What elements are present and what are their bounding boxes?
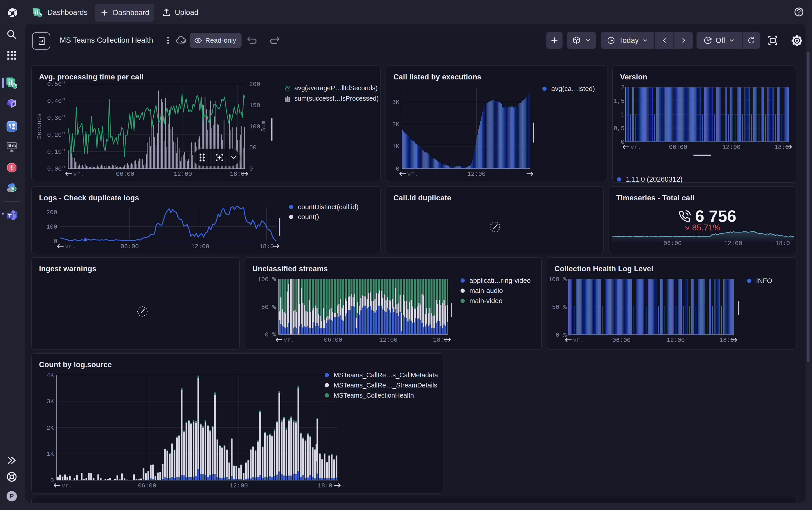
sidebar-item-ms-teams[interactable] [4, 208, 19, 222]
svg-text:0,10": 0,10" [47, 149, 65, 155]
upload-icon [162, 8, 171, 17]
legend-dot [460, 289, 465, 293]
legend-label[interactable]: INFO [756, 277, 772, 284]
widget-menu-chevron[interactable] [228, 154, 239, 161]
legend-label[interactable]: main-video [470, 297, 503, 305]
time-range-control: Today [601, 32, 693, 49]
legend-dot [617, 177, 622, 182]
panel-unclassified-streams: Unclassified streams 100 %50 %0 %vr.06:0… [245, 257, 542, 349]
undo-icon[interactable] [246, 35, 258, 48]
svg-text:50 %: 50 % [261, 304, 276, 311]
fullscreen-icon[interactable] [767, 34, 779, 47]
sidebar-item-reports[interactable] [4, 139, 19, 154]
svg-text:12:00: 12:00 [724, 240, 742, 247]
upload-button[interactable]: Upload [162, 4, 199, 21]
panel-version: Version 21,510,50vr.06:0012:0018:01.11.0… [612, 65, 796, 183]
package-menu-button[interactable] [567, 32, 596, 49]
svg-text:3K: 3K [47, 398, 54, 405]
svg-text:0,50": 0,50" [47, 81, 65, 88]
sidebar-item-integrations[interactable] [4, 181, 19, 195]
chart-canvas: 100 %50 %0 %vr.06:0012:0018:0INFO [547, 258, 797, 350]
nav-dashboards[interactable]: Dashboards [32, 4, 88, 21]
new-dashboard-button[interactable]: Dashboard [95, 4, 154, 22]
panel-count-by-log-source: Count by log.source 4K3K2K1K0vr.06:0012:… [31, 353, 444, 493]
legend-label[interactable]: MSTeams_CallRe…_StreamDetails [334, 381, 437, 389]
time-range-prev-button[interactable] [655, 32, 673, 49]
svg-text:50 %: 50 % [552, 304, 567, 311]
refresh-button[interactable] [743, 32, 760, 49]
time-range-next-button[interactable] [674, 32, 693, 49]
time-range-selector[interactable]: Today [601, 32, 654, 49]
svg-text:200: 200 [249, 81, 260, 88]
vertical-scrollbar[interactable] [807, 52, 810, 362]
legend-label[interactable]: applicati…ring-video [470, 277, 531, 284]
chart-canvas: 2001000vr.06:0012:0018:0countDistinct(ca… [32, 187, 381, 255]
legend-label[interactable]: count() [298, 213, 319, 221]
legend-label[interactable]: main-audio [470, 287, 503, 294]
legend-label[interactable]: avg(averageP…llIdSeconds) [294, 84, 378, 92]
svg-text:12:00: 12:00 [666, 337, 685, 344]
widget-zoom-button[interactable] [211, 153, 228, 162]
widget-hover-toolbar [193, 149, 240, 166]
sidebar-item-dashboards[interactable] [4, 76, 19, 90]
svg-text:vr.: vr. [65, 243, 76, 250]
readonly-badge[interactable]: Read-only [190, 33, 242, 48]
svg-text:12:00: 12:00 [230, 482, 248, 489]
logscale-logo-icon[interactable] [4, 5, 19, 19]
legend-label[interactable]: sum(successf…lsProcessed) [294, 95, 379, 102]
legend-label[interactable]: avg(ca…isted) [551, 85, 595, 92]
chart-canvas: 06:0012:0018:0 [609, 187, 797, 255]
legend-dot [325, 393, 329, 398]
svg-text:06:00: 06:00 [612, 337, 631, 344]
add-widget-button[interactable] [546, 32, 563, 49]
dashboard-list-toggle-button[interactable] [32, 32, 50, 50]
chevron-left-icon [661, 37, 668, 44]
legend-dot [747, 279, 752, 283]
top-navigation-bar: Dashboards Dashboard Upload [25, 0, 812, 24]
svg-text:50: 50 [249, 144, 257, 151]
sidebar-item-alerts[interactable] [4, 161, 19, 175]
svg-text:06:00: 06:00 [116, 171, 134, 178]
search-icon[interactable] [4, 27, 19, 42]
svg-text:2K: 2K [47, 425, 54, 431]
widget-drag-handle[interactable] [193, 153, 211, 162]
teams-notification-dot [2, 213, 4, 215]
eye-icon [194, 36, 202, 45]
svg-text:0: 0 [621, 139, 625, 146]
svg-text:0: 0 [54, 238, 57, 245]
svg-text:18:0: 18:0 [775, 240, 790, 247]
chevron-down-icon [642, 37, 649, 44]
svg-text:150: 150 [249, 102, 260, 109]
svg-text:1,5: 1,5 [613, 98, 625, 105]
help-lifering-icon[interactable] [4, 470, 19, 484]
svg-text:0 %: 0 % [555, 332, 567, 339]
svg-text:06:00: 06:00 [664, 240, 682, 247]
svg-text:100: 100 [46, 224, 57, 230]
redo-icon[interactable] [269, 35, 280, 48]
legend-label[interactable]: 1.11.0 (20260312) [626, 175, 683, 183]
svg-text:12:00: 12:00 [191, 243, 209, 250]
legend-label[interactable]: countDistinct(call.id) [298, 203, 358, 210]
chart-canvas: 3K2K1K0vr.12:00avg(ca…isted) [386, 66, 608, 182]
auto-refresh-selector[interactable]: Off [696, 32, 742, 49]
legend-label[interactable]: MSTeams_CollectionHealth [334, 392, 414, 399]
sidebar-item-flows[interactable] [4, 119, 19, 134]
legend-label[interactable]: MSTeams_CallRe…s_CallMetadata [334, 371, 438, 379]
legend-dot [542, 87, 547, 91]
svg-text:18:0: 18:0 [318, 482, 332, 489]
dashboard-menu-kebab-icon[interactable] [163, 33, 173, 48]
package-cube-icon [572, 35, 581, 45]
panel-call-id-duplicate: Call.id duplicate [386, 187, 604, 254]
dashboard-content-area: MS Teams Collection Health Read-only [25, 24, 806, 503]
chevron-down-icon [584, 37, 592, 44]
svg-text:0 %: 0 % [265, 332, 276, 338]
help-circle-icon[interactable] [793, 6, 805, 19]
svg-text:200: 200 [46, 209, 57, 216]
panel-collection-health-log-level: Collection Health Log Level 100 %50 %0 %… [547, 257, 796, 349]
settings-gear-icon[interactable] [791, 35, 803, 47]
sidebar-item-packages[interactable] [4, 96, 19, 110]
sidebar-expand-icon[interactable] [4, 453, 19, 468]
sidebar-divider [3, 68, 20, 69]
apps-grid-icon[interactable] [4, 48, 19, 62]
user-avatar[interactable]: P [6, 491, 17, 502]
